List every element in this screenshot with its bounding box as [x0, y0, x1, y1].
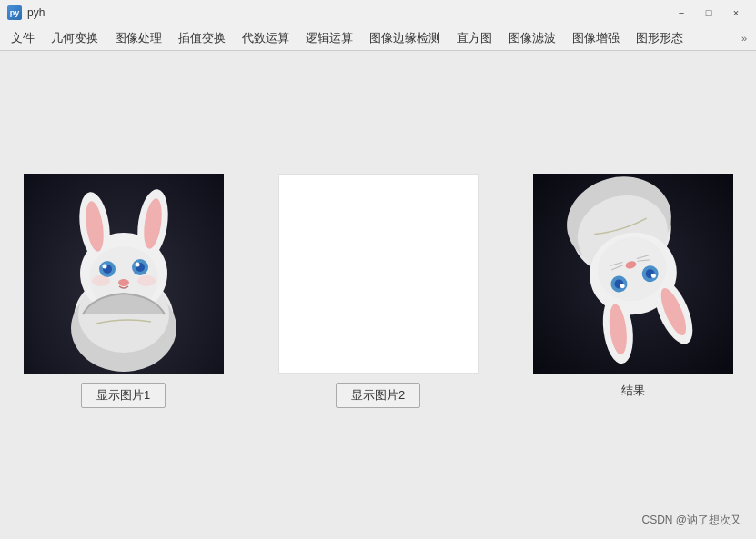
show-image-1-button[interactable]: 显示图片1 — [81, 383, 166, 408]
menu-algebra[interactable]: 代数运算 — [235, 27, 297, 49]
image-display-result — [533, 174, 733, 374]
menu-overflow-arrow[interactable]: » — [736, 30, 752, 46]
menu-bar: 文件 几何变换 图像处理 插值变换 代数运算 逻辑运算 图像边缘检测 直方图 图… — [0, 25, 756, 51]
window-controls: − □ × — [669, 4, 749, 22]
menu-file[interactable]: 文件 — [4, 27, 42, 49]
image-slot-1: 显示图片1 — [24, 174, 224, 408]
images-row: 显示图片1 显示图片2 — [24, 174, 733, 408]
svg-point-11 — [102, 264, 106, 268]
menu-edge[interactable]: 图像边缘检测 — [362, 27, 448, 49]
maximize-button[interactable]: □ — [696, 4, 721, 22]
bunny-svg-result — [533, 174, 733, 374]
menu-logic[interactable]: 逻辑运算 — [298, 27, 360, 49]
svg-point-17 — [137, 275, 156, 286]
menu-filter[interactable]: 图像滤波 — [501, 27, 563, 49]
main-content: 显示图片1 显示图片2 — [0, 51, 756, 539]
result-label: 结果 — [621, 383, 645, 399]
image-display-1 — [24, 174, 224, 374]
menu-imgproc[interactable]: 图像处理 — [107, 27, 169, 49]
menu-hist[interactable]: 直方图 — [449, 27, 499, 49]
menu-morph[interactable]: 图形形态 — [629, 27, 690, 49]
image-slot-2: 显示图片2 — [278, 174, 479, 408]
close-button[interactable]: × — [723, 4, 749, 22]
svg-point-16 — [92, 275, 110, 286]
menu-enhance[interactable]: 图像增强 — [565, 27, 627, 49]
image-display-2 — [278, 174, 479, 374]
svg-point-15 — [118, 279, 129, 286]
title-bar-left: py pyh — [7, 5, 45, 20]
show-image-2-button[interactable]: 显示图片2 — [336, 383, 420, 408]
svg-point-14 — [135, 262, 139, 266]
app-title: pyh — [27, 6, 45, 19]
menu-geo[interactable]: 几何变换 — [44, 27, 106, 49]
bunny-svg-1 — [24, 174, 224, 374]
menu-interp[interactable]: 插值变换 — [171, 27, 233, 49]
minimize-button[interactable]: − — [669, 4, 694, 22]
image-slot-result: 结果 — [533, 174, 733, 399]
watermark: CSDN @讷了想次又 — [641, 513, 741, 528]
title-bar: py pyh − □ × — [0, 0, 756, 25]
app-icon: py — [7, 5, 22, 20]
